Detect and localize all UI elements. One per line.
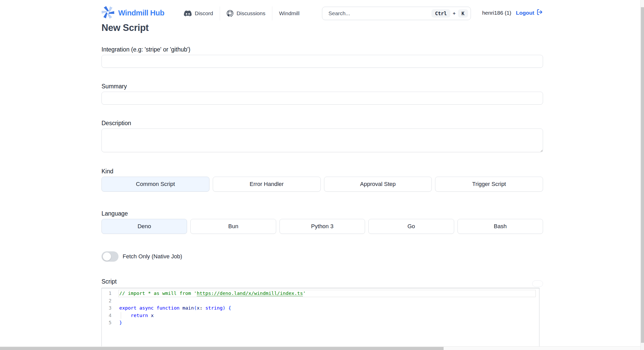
integration-input[interactable] [101,55,543,68]
code-token [137,305,139,311]
script-label: Script [101,278,117,285]
code-token: async [139,305,154,311]
code-line-5: } [119,319,539,327]
line-number-gutter: 12345 [102,290,118,327]
code-line-2 [119,297,539,305]
summary-input[interactable] [101,92,543,105]
code-token: } [119,320,122,325]
fetch-only-group: Fetch Only (Native Job) [101,251,543,262]
code-token: main [182,305,194,311]
code-token: ) [223,305,225,311]
horizontal-scrollbar-thumb[interactable] [0,347,444,350]
description-label: Description [101,119,543,127]
language-options: DenoBunPython 3GoBash [101,219,543,234]
code-token: function [157,305,180,311]
kind-option-trigger-script[interactable]: Trigger Script [435,177,543,192]
code-token: : [200,305,205,311]
code-token [154,305,157,311]
line-number: 2 [102,297,112,305]
indent-guide [121,312,121,319]
code-content: // import * as wmill from 'https://deno.… [118,290,539,327]
code-token: ( [194,305,197,311]
code-token: x [197,305,200,311]
kind-label: Kind [101,167,543,175]
code-token: https://deno.land/x/windmill/index.ts [197,291,303,296]
language-option-python-3[interactable]: Python 3 [279,219,365,234]
script-field-group: Script 12345 // import * as wmill from '… [101,278,543,350]
editor-options-pill[interactable] [532,280,543,287]
code-token: string [205,305,223,311]
fetch-only-toggle[interactable] [101,251,118,262]
code-line-4: return x [119,312,539,319]
code-token: return [131,313,148,318]
code-token [225,305,228,311]
code-editor[interactable]: 12345 // import * as wmill from 'https:/… [101,288,539,350]
code-token: // import * as wmill from ' [119,291,197,296]
kind-option-approval-step[interactable]: Approval Step [324,177,432,192]
code-token: x [151,313,154,318]
page-title: New Script [101,22,543,34]
vertical-scrollbar[interactable] [640,0,644,350]
editor-scrollbar[interactable] [536,288,539,350]
language-option-bun[interactable]: Bun [190,219,276,234]
language-option-go[interactable]: Go [368,219,454,234]
code-line-1: // import * as wmill from 'https://deno.… [119,290,539,297]
code-scroll-area: 12345 // import * as wmill from 'https:/… [102,288,539,327]
description-field-group: Description [101,119,543,153]
language-option-bash[interactable]: Bash [457,219,543,234]
line-number: 1 [102,290,112,297]
script-header-row: Script [101,278,543,285]
line-number: 3 [102,304,112,312]
code-token: export [119,305,137,311]
language-label: Language [101,210,543,217]
code-line-3: export async function main(x: string) { [119,304,539,312]
line-number: 4 [102,312,112,319]
integration-label: Integration (e.g: 'stripe' or 'github') [101,46,543,53]
kind-option-error-handler[interactable]: Error Handler [213,177,321,192]
description-textarea[interactable] [101,129,543,152]
main-content: New Script Integration (e.g: 'stripe' or… [101,0,543,350]
code-token: ' [303,291,306,296]
toggle-knob [103,252,111,261]
vertical-scrollbar-thumb[interactable] [641,7,644,343]
summary-field-group: Summary [101,82,543,105]
language-field-group: Language DenoBunPython 3GoBash [101,210,543,234]
kind-field-group: Kind Common ScriptError HandlerApproval … [101,167,543,192]
summary-label: Summary [101,82,543,90]
kind-options: Common ScriptError HandlerApproval StepT… [101,177,543,192]
code-token [148,313,151,318]
kind-option-common-script[interactable]: Common Script [101,177,209,192]
fetch-only-label: Fetch Only (Native Job) [123,253,182,260]
horizontal-scrollbar[interactable] [0,346,640,350]
line-number: 5 [102,319,112,327]
code-token [180,305,182,311]
language-option-deno[interactable]: Deno [101,219,187,234]
integration-field-group: Integration (e.g: 'stripe' or 'github') [101,46,543,68]
code-token: { [228,305,231,311]
